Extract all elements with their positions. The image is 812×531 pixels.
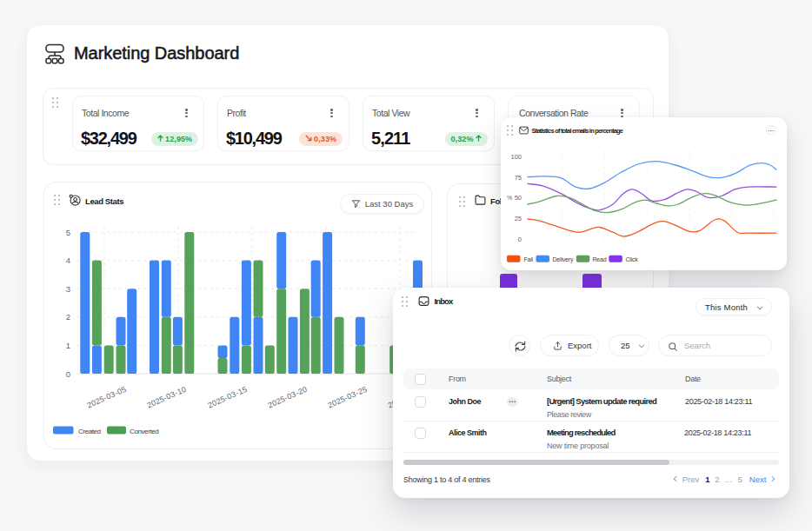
svg-text:2025-03-20: 2025-03-20 xyxy=(266,385,308,410)
svg-text:2: 2 xyxy=(66,312,70,322)
svg-text:5: 5 xyxy=(66,228,70,237)
svg-text:75: 75 xyxy=(515,174,522,182)
svg-text:25: 25 xyxy=(515,215,522,222)
svg-text:3: 3 xyxy=(66,284,70,294)
svg-text:0: 0 xyxy=(66,369,70,379)
svg-text:Fail: Fail xyxy=(524,256,534,262)
svg-text:50: 50 xyxy=(515,194,522,202)
svg-text:2025-03-25: 2025-03-25 xyxy=(326,385,368,410)
svg-text:0: 0 xyxy=(518,236,522,243)
svg-text:Read: Read xyxy=(593,256,607,262)
svg-text:100: 100 xyxy=(510,153,522,161)
svg-text:2025-03-05: 2025-03-05 xyxy=(85,385,127,410)
svg-text:4: 4 xyxy=(66,256,70,265)
svg-text:Delivery: Delivery xyxy=(553,256,574,263)
svg-text:Created: Created xyxy=(78,428,101,435)
svg-text:1: 1 xyxy=(66,341,70,350)
svg-text:Click: Click xyxy=(626,256,639,262)
svg-text:%: % xyxy=(507,195,512,201)
svg-text:2025-03-15: 2025-03-15 xyxy=(206,385,248,410)
svg-text:Converted: Converted xyxy=(130,428,158,435)
svg-text:2025-03-10: 2025-03-10 xyxy=(145,385,187,410)
